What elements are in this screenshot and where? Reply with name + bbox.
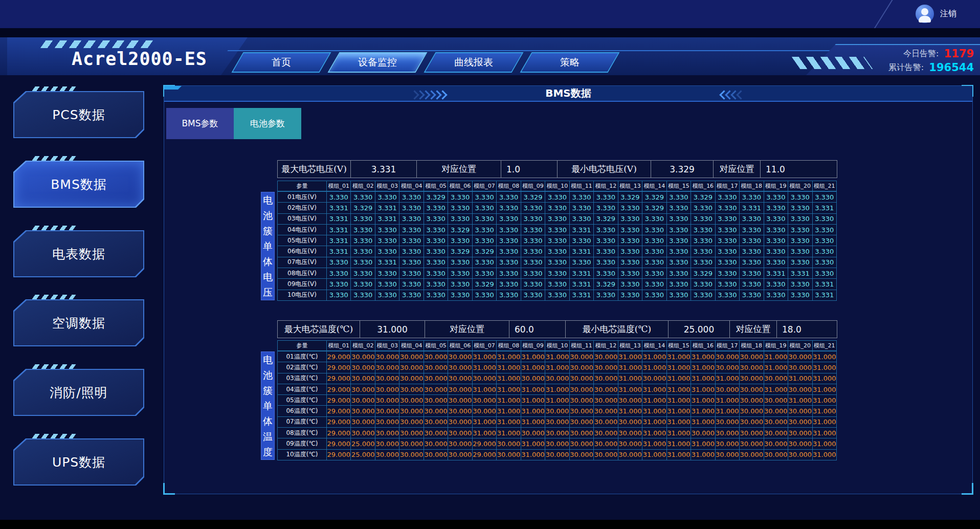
module-column-header: 模组_04 (399, 181, 424, 191)
voltage-value-cell: 3.330 (399, 246, 424, 257)
total-alarm-row: 累计告警: 196544 (888, 61, 974, 74)
temperature-value-cell: 30.000 (618, 428, 642, 438)
voltage-value-cell: 3.330 (448, 214, 472, 225)
voltage-summary-label: 最大电芯电压(V) (278, 161, 351, 178)
temperature-value-cell: 31.000 (497, 362, 521, 373)
sidebar-item-2[interactable]: BMS数据 (13, 161, 144, 208)
temperature-row-label: 10温度(℃) (278, 450, 327, 460)
temperature-value-cell: 31.000 (497, 428, 521, 438)
temperature-side-label-char: 电 (263, 355, 273, 365)
sidebar-item-3[interactable]: 电表数据 (13, 230, 144, 277)
top-bar: 注销 (0, 0, 980, 28)
voltage-value-cell: 3.330 (570, 257, 594, 268)
sidebar-item-1[interactable]: PCS数据 (13, 91, 144, 138)
voltage-value-cell: 3.330 (327, 268, 351, 279)
temperature-summary-value: 60.0 (509, 321, 566, 338)
sidebar-item-5[interactable]: 消防/照明 (13, 369, 144, 416)
temperature-summary-label: 最小电芯温度(℃) (566, 321, 669, 338)
voltage-value-cell: 3.330 (716, 290, 740, 301)
temperature-summary-row: 最大电芯温度(℃)31.000对应位置60.0最小电芯温度(℃)25.000对应… (277, 320, 837, 338)
voltage-value-cell: 3.330 (594, 290, 618, 301)
voltage-value-cell: 3.330 (351, 214, 375, 225)
temperature-value-cell: 31.000 (813, 362, 837, 373)
voltage-value-cell: 3.330 (691, 225, 715, 235)
voltage-value-cell: 3.329 (594, 279, 618, 290)
logo-hatch-stripes-icon (40, 40, 153, 48)
temperature-value-cell: 30.000 (497, 450, 521, 460)
module-column-header: 模组_12 (594, 181, 618, 191)
voltage-value-cell: 3.330 (764, 279, 788, 290)
temperature-value-cell: 31.000 (521, 362, 545, 373)
voltage-value-cell: 3.331 (327, 235, 351, 246)
module-column-header: 模组_03 (375, 341, 399, 351)
temperature-value-cell: 31.000 (473, 417, 497, 428)
nav-tab-label: 首页 (238, 53, 324, 72)
temperature-value-cell: 30.000 (448, 373, 472, 384)
voltage-value-cell: 3.330 (764, 192, 788, 203)
voltage-value-cell: 3.331 (375, 214, 399, 225)
sidebar-item-6[interactable]: UPS数据 (13, 438, 144, 486)
temperature-value-cell: 30.000 (424, 438, 448, 449)
voltage-value-cell: 3.330 (594, 268, 618, 279)
temperature-value-cell: 30.000 (716, 438, 740, 449)
temperature-value-cell: 29.000 (327, 417, 351, 428)
voltage-side-label-char: 体 (263, 257, 273, 267)
voltage-value-cell: 3.330 (424, 290, 448, 301)
nav-tab-4[interactable]: 策略 (520, 52, 619, 73)
temperature-value-cell: 31.000 (521, 417, 545, 428)
temperature-value-cell: 30.000 (764, 428, 788, 438)
user-avatar[interactable] (916, 5, 934, 23)
voltage-value-cell: 3.330 (788, 257, 812, 268)
panel-tab-2[interactable]: 电池参数 (234, 108, 301, 139)
sidebar-item-4[interactable]: 空调数据 (13, 299, 144, 346)
temperature-value-cell: 30.000 (788, 351, 812, 362)
voltage-value-cell: 3.331 (327, 246, 351, 257)
temperature-value-cell: 31.000 (667, 438, 691, 449)
temperature-value-cell: 30.000 (473, 406, 497, 416)
temperature-value-cell: 31.000 (618, 384, 642, 395)
temperature-value-cell: 30.000 (545, 417, 569, 428)
voltage-value-cell: 3.330 (764, 225, 788, 235)
module-column-header: 模组_05 (424, 341, 448, 351)
voltage-value-cell: 3.330 (473, 192, 497, 203)
temperature-side-label-char: 单 (263, 401, 273, 411)
temperature-value-cell: 30.000 (594, 384, 618, 395)
voltage-value-cell: 3.330 (448, 290, 472, 301)
voltage-value-cell: 3.330 (327, 192, 351, 203)
voltage-side-label-char: 池 (263, 211, 273, 221)
panel-tab-1[interactable]: BMS参数 (166, 108, 234, 139)
temperature-value-cell: 30.000 (764, 395, 788, 406)
temperature-row-label: 01温度(℃) (278, 351, 327, 362)
today-alarm-row: 今日告警: 1179 (903, 48, 974, 60)
module-column-header: 模组_07 (473, 341, 497, 351)
logout-button[interactable]: 注销 (940, 9, 956, 19)
voltage-value-cell: 3.330 (521, 235, 545, 246)
header-band: Acrel2000-ES 首页设备监控曲线报表策略 今日告警: 1179 累计告… (0, 37, 980, 75)
voltage-value-cell: 3.330 (351, 246, 375, 257)
voltage-value-cell: 3.330 (691, 257, 715, 268)
voltage-value-cell: 3.330 (642, 290, 666, 301)
nav-tab-1[interactable]: 首页 (231, 52, 331, 73)
module-column-header: 模组_01 (327, 341, 351, 351)
today-alarm-value: 1179 (944, 48, 974, 60)
temperature-value-cell: 30.000 (399, 384, 424, 395)
nav-tab-3[interactable]: 曲线报表 (424, 52, 523, 73)
voltage-value-cell: 3.330 (399, 192, 424, 203)
voltage-value-cell: 3.330 (473, 203, 497, 213)
temperature-value-cell: 31.000 (813, 373, 837, 384)
temperature-row-label: 03温度(℃) (278, 373, 327, 384)
nav-tab-2[interactable]: 设备监控 (327, 52, 427, 73)
voltage-value-cell: 3.330 (788, 214, 812, 225)
voltage-value-cell: 3.330 (375, 246, 399, 257)
temperature-value-cell: 30.000 (570, 373, 594, 384)
temperature-side-label-char: 池 (263, 370, 273, 380)
module-column-header: 模组_01 (327, 181, 351, 191)
temperature-value-cell: 30.000 (764, 417, 788, 428)
temperature-value-cell: 31.000 (473, 351, 497, 362)
topbar-diagonal-divider (872, 0, 893, 32)
module-column-header: 模组_02 (351, 341, 375, 351)
temperature-value-cell: 30.000 (570, 428, 594, 438)
temperature-value-cell: 30.000 (375, 395, 399, 406)
app-root: 注销 Acrel2000-ES 首页设备监控曲线报表策略 今日告警: 1179 … (0, 0, 980, 529)
voltage-value-cell: 3.330 (691, 214, 715, 225)
